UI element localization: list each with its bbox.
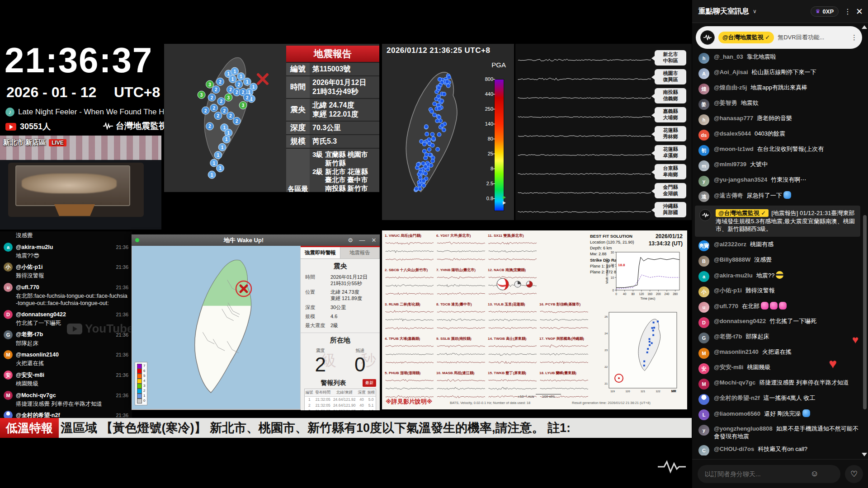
report-intensity-row: 各區最大震度3級宜蘭縣 桃園市新竹縣2級新北市 花蓮縣臺北市 臺中市南投縣 新竹… [286, 149, 379, 192]
crown-icon: ♛ [816, 8, 821, 14]
wakeup-field-line: 21時31分55秒 [330, 280, 375, 286]
svg-text:1: 1 [227, 131, 230, 136]
emoji-pink-icon [770, 302, 778, 310]
scrollbar-thumb[interactable] [863, 215, 867, 409]
scroll-up-arrow[interactable] [862, 25, 867, 29]
overlay-timestamp: 21:36 [116, 372, 128, 378]
waveform-station-cell: 2. SBCB 十八尖山(新竹市) [385, 267, 434, 300]
wakeup-tab[interactable]: 地震報告 [340, 247, 380, 258]
alert-table-cell: 24.64/121.92 [332, 396, 357, 403]
legend-value: 5 [143, 374, 145, 379]
pga-marker-arrow [503, 201, 506, 205]
chat-message: ds@dsalex50440403的餘震 [692, 127, 863, 143]
svg-text:0: 0 [615, 292, 617, 296]
wakeup-field-value: 北緯 24.73度東經 121.89度 [330, 289, 375, 302]
chat-message-list: h@_han_03靠北地震啦A@Aoi_Ajisai松山新店線剛停下來一下煌@煌… [692, 51, 863, 455]
chat-message-text: 在北部 [742, 303, 760, 310]
stream-logo-watermark [658, 460, 686, 474]
chat-message: u@ufl.770在北部 [692, 300, 863, 315]
alert-list-title: 警報列表 [304, 379, 363, 387]
report-title: 地震報告 [286, 46, 379, 63]
avatar: ds [698, 130, 709, 141]
alert-table-header: 編號 [305, 389, 314, 396]
legend-row: 0 [137, 399, 145, 404]
wakeup-app-window: 地牛 Wake Up! ⚙ — ✕ 76543210 強震即時警報地震報告 震央… [131, 234, 380, 410]
alert-table-cell: 21:32:05 [314, 403, 332, 408]
report-value-line: 2026年01月12日 [312, 78, 377, 87]
pga-tick-mark [493, 198, 495, 199]
chat-message: @全村的希望-n2f這一搖衝4萬人 收工 [692, 392, 863, 407]
channel-brand: 台灣地震監視 [103, 120, 167, 132]
intensity-area-line: 新北市 花蓮縣 [325, 168, 368, 176]
chat-author-badge: @台灣地震監視 ✓ [716, 209, 769, 217]
wakeup-field-value: 30公里 [330, 304, 375, 311]
scroll-down-arrow[interactable] [862, 453, 867, 456]
youtube-watermark-text: YouTube [85, 322, 133, 336]
heart-button[interactable]: ♡ [845, 465, 863, 483]
seismo-station-label: 花蓮縣秀林鄉 [655, 126, 686, 141]
wakeup-tab[interactable]: 強震即時警報 [301, 247, 340, 258]
chat-message-text: 靠北地震啦 [747, 53, 776, 60]
chat-scrollbar[interactable] [862, 25, 868, 459]
misfit-reduction-chart: 010203004080120160200240280Time (sec)Mis… [604, 249, 686, 305]
chat-message-body: @ufl.770在北部 [714, 302, 787, 310]
pga-tick-label: 2.5 [480, 181, 493, 186]
chat-input[interactable] [698, 465, 840, 483]
report-row-label: 規模 [286, 135, 310, 148]
overlay-author-name: @全村的希望-n2f [16, 412, 113, 418]
wakeup-titlebar[interactable]: 地牛 Wake Up! ⚙ — ✕ [132, 235, 380, 246]
chat-message: y@yu-jangshan3524竹東沒有啊⋯ [692, 174, 863, 189]
emoji-picker-icon[interactable]: ☺ [811, 469, 819, 479]
close-button[interactable]: ✕ [368, 237, 380, 244]
chat-message-text: 沒感覺 [754, 256, 772, 263]
seismograph-traces [515, 44, 656, 220]
waveform-station-label: 7. YHNB 陽明山(臺北市) [436, 267, 486, 272]
pga-tick-label: 0.8 [480, 196, 493, 201]
chat-message-text: 桃園幾級 [747, 364, 770, 371]
chat-overlay-partial-row: 沒感覺 [0, 231, 132, 241]
best-fit-title: BEST FIT SOLUTION [590, 233, 644, 239]
clock-time: 21:36:37 [5, 40, 153, 81]
legend-color-chip [137, 384, 142, 389]
pinned-message[interactable]: @台灣地震監視 ✓ 無DVR回看功能... ⋮ [696, 26, 862, 49]
chat-message-body: @al2322orz桃園有感 [714, 240, 774, 249]
viewer-count: 30551人 [20, 121, 51, 132]
intensity-legend: 76543210 [135, 362, 147, 405]
alert-table-header-row: 編號發布時間北緯/東經深度規模 [305, 389, 376, 396]
xp-badge[interactable]: ♛ 0XP [811, 6, 839, 17]
waveform-station-cell: 14. TWGB 高士(屏東縣) [488, 336, 538, 369]
chat-message-text: 唐老師的音樂 [757, 115, 792, 122]
chat-close-icon[interactable]: ✕ [856, 6, 863, 17]
chat-message: A@Aoi_Ajisai松山新店線剛停下來一下 [692, 66, 863, 81]
chevron-down-icon[interactable]: ∨ [753, 8, 757, 14]
chat-title[interactable]: 重點聊天室訊息 [698, 7, 749, 16]
local-eta-value: 0 [340, 354, 380, 375]
pga-tick-label: 800 [480, 76, 493, 82]
chat-message: 初@moon-lz1wd在台北沒收到警報(上次有 [692, 143, 863, 158]
station-region: 桃園市 [656, 70, 685, 77]
alert-table-cell: 5.0 [366, 396, 376, 403]
report-row-value: 第115003號 [310, 63, 379, 75]
svg-text:2: 2 [217, 113, 220, 118]
svg-text:2: 2 [229, 87, 232, 92]
chat-author-name: @al2322orz [714, 241, 746, 248]
settings-gear-icon[interactable]: ⚙ [344, 237, 356, 244]
chat-message: h@_han_03靠北地震啦 [692, 51, 863, 66]
local-section: 所在地 震度 級 2 抵達 秒 0 [301, 333, 380, 375]
waveform-station-cell: 10. MASB 馬祖(連江縣) [436, 371, 486, 403]
alert-latest-button[interactable]: 最新 [363, 379, 376, 387]
pga-timestamp: 2026/01/12 21:36:25 UTC+8 [387, 46, 490, 55]
chat-menu-icon[interactable]: ⋮ [844, 7, 851, 16]
chat-message-body: @_han_03靠北地震啦 [714, 53, 776, 61]
legend-row: 6 [137, 369, 145, 374]
pinned-menu-icon[interactable]: ⋮ [851, 33, 858, 42]
minimize-button[interactable]: — [356, 237, 368, 244]
waveform-station-label: 17. YNGF 與那國島(沖繩縣) [539, 336, 589, 341]
camera-location-text: 新北市 新店區 [3, 138, 46, 147]
alert-table-cell: 40 [357, 408, 367, 410]
waveform-station-label: 3. RLNB 二林(彰化縣) [385, 302, 434, 307]
video-player[interactable]: 21:36:37 2026 - 01 - 12 UTC+8 ♪ Late Nig… [0, 0, 692, 488]
svg-text:1: 1 [212, 161, 215, 166]
chat-message-text: 火把還在搖 [762, 348, 792, 355]
station-district: 大埔鄉 [656, 115, 685, 121]
